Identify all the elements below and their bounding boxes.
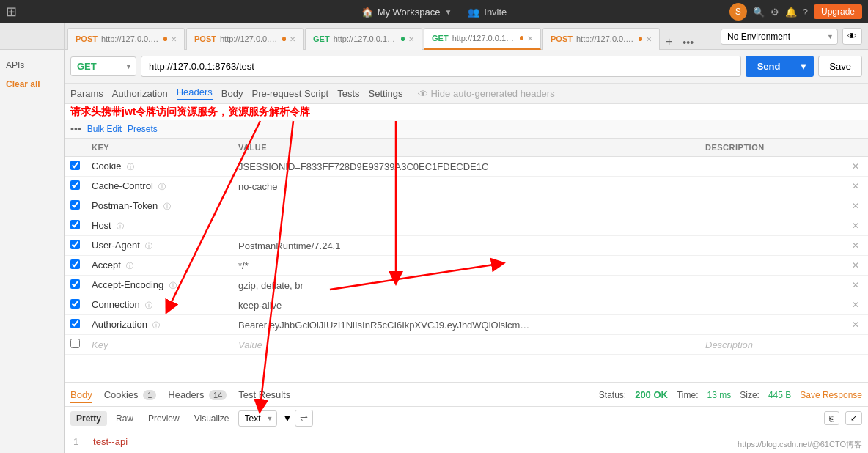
tab-1-close[interactable]: ✕ (290, 35, 295, 43)
more-tabs-button[interactable]: ••• (678, 35, 698, 50)
tab-4[interactable]: POST http://127.0.0.1:8... ✕ (542, 28, 660, 50)
header-delete-6[interactable]: ✕ (852, 280, 859, 290)
subnav-authorization[interactable]: Authorization (112, 88, 168, 99)
send-button[interactable]: Send (746, 56, 792, 77)
subnav-pre-request[interactable]: Pre-request Script (251, 88, 328, 99)
invite-label[interactable]: Invite (484, 7, 507, 18)
header-checkbox-7[interactable] (70, 299, 80, 309)
response-action-button[interactable]: ⤢ (845, 411, 862, 425)
subnav-body[interactable]: Body (221, 88, 243, 99)
subnav-params[interactable]: Params (70, 88, 103, 99)
tab-3-close[interactable]: ✕ (527, 34, 533, 43)
tab-3-method: GET (432, 34, 449, 43)
header-delete-7[interactable]: ✕ (852, 300, 859, 310)
header-desc-4 (699, 236, 846, 256)
header-checkbox-2[interactable] (70, 200, 80, 210)
header-row-7: Connection ⓘ keep-alive ✕ (65, 295, 868, 315)
header-cb-3[interactable] (65, 216, 86, 236)
header-checkbox-1[interactable] (70, 180, 80, 190)
header-cb-1[interactable] (65, 177, 86, 196)
format-raw-button[interactable]: Raw (110, 411, 139, 426)
response-tab-body[interactable]: Body (70, 386, 92, 403)
header-key-1: Cache-Control ⓘ (86, 177, 232, 196)
header-desc-1 (699, 177, 846, 196)
header-delete-8[interactable]: ✕ (852, 320, 859, 330)
tab-1-method: POST (194, 34, 216, 43)
header-checkbox-0[interactable] (70, 161, 80, 170)
placeholder-cb[interactable] (70, 339, 80, 348)
header-val-6: gzip, deflate, br (232, 276, 699, 295)
subnav-tests[interactable]: Tests (337, 88, 359, 99)
tab-0[interactable]: POST http://127.0.0.1:8... ✕ (67, 28, 185, 50)
response-tab-cookies[interactable]: Cookies 1 (104, 386, 157, 403)
upgrade-button[interactable]: Upgrade (814, 4, 862, 19)
environment-select[interactable]: No Environment (721, 29, 838, 45)
format-preview-button[interactable]: Preview (142, 411, 185, 426)
headers-more-button[interactable]: ••• (70, 123, 81, 135)
header-checkbox-3[interactable] (70, 220, 80, 229)
sidebar-item-apis[interactable]: APIs (0, 56, 64, 75)
bulk-edit-button[interactable]: Bulk Edit (87, 124, 122, 134)
avatar: S (729, 3, 747, 21)
clear-all-button[interactable]: Clear all (0, 75, 64, 94)
subnav-headers[interactable]: Headers (177, 86, 213, 100)
tab-2[interactable]: GET http://127.0.0.1:87... ✕ (305, 28, 422, 50)
search-icon[interactable]: 🔍 (753, 7, 765, 18)
response-tab-headers[interactable]: Headers 14 (168, 386, 227, 403)
presets-button[interactable]: Presets (128, 124, 158, 134)
header-delete-5[interactable]: ✕ (852, 260, 859, 270)
header-delete-4[interactable]: ✕ (852, 240, 859, 251)
header-cb-8[interactable] (65, 315, 86, 335)
header-checkbox-5[interactable] (70, 259, 80, 269)
notification-icon[interactable]: 🔔 (785, 7, 797, 18)
status-ok: 200 OK (635, 389, 668, 400)
header-row-8: Authorization ⓘ Bearer eyJhbGciOiJIUzI1N… (65, 315, 868, 335)
copy-response-button[interactable]: ⎘ (824, 411, 839, 425)
subnav-settings[interactable]: Settings (369, 88, 403, 99)
tab-3[interactable]: GET http://127.0.0.1:87... ✕ (424, 28, 541, 50)
save-button[interactable]: Save (818, 56, 862, 77)
new-tab-button[interactable]: + (661, 34, 677, 50)
tab-0-close[interactable]: ✕ (171, 35, 177, 43)
help-icon[interactable]: ? (803, 7, 808, 18)
size-label: Size: (740, 390, 760, 400)
format-pretty-button[interactable]: Pretty (70, 411, 107, 426)
header-delete-1[interactable]: ✕ (852, 181, 859, 191)
header-checkbox-8[interactable] (70, 319, 80, 328)
tab-4-close[interactable]: ✕ (646, 35, 652, 43)
type-select[interactable]: Text (238, 410, 277, 427)
tab-2-close[interactable]: ✕ (408, 35, 414, 43)
method-select[interactable]: GET (70, 56, 136, 76)
header-cb-7[interactable] (65, 295, 86, 315)
tab-1[interactable]: POST http://127.0.0.1:8... ✕ (186, 28, 304, 50)
header-cb-6[interactable] (65, 276, 86, 295)
new-tab-icon[interactable]: ⊞ (6, 4, 17, 20)
format-visualize-button[interactable]: Visualize (188, 411, 235, 426)
header-cb-4[interactable] (65, 236, 86, 256)
response-tab-test-results[interactable]: Test Results (238, 386, 290, 403)
header-checkbox-4[interactable] (70, 240, 80, 249)
header-cb-5[interactable] (65, 256, 86, 276)
tab-4-dot (639, 37, 642, 41)
header-key-8: Authorization ⓘ (86, 315, 232, 335)
tab-0-method: POST (76, 34, 98, 43)
info-icon-6: ⓘ (169, 281, 177, 290)
header-cb-2[interactable] (65, 196, 86, 216)
header-key-7: Connection ⓘ (86, 295, 232, 315)
send-dropdown-button[interactable]: ▼ (792, 56, 814, 77)
header-delete-0[interactable]: ✕ (852, 161, 859, 172)
col-actions (846, 139, 868, 157)
header-delete-3[interactable]: ✕ (852, 221, 859, 231)
col-checkbox (65, 139, 86, 157)
header-cb-0[interactable] (65, 157, 86, 177)
header-delete-2[interactable]: ✕ (852, 201, 859, 211)
header-action-5: ✕ (846, 256, 868, 276)
env-eye-button[interactable]: 👁 (842, 28, 862, 45)
header-checkbox-6[interactable] (70, 279, 80, 289)
header-key-6: Accept-Encoding ⓘ (86, 276, 232, 295)
url-input[interactable] (141, 56, 741, 77)
format-wrap-button[interactable]: ⇌ (295, 410, 313, 427)
header-key-0: Cookie ⓘ (86, 157, 232, 177)
save-response-button[interactable]: Save Response (800, 390, 862, 400)
settings-icon[interactable]: ⚙ (770, 7, 779, 18)
